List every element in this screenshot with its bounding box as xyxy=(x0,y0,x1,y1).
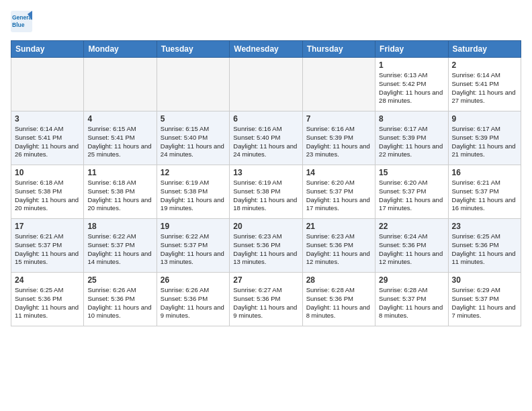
weekday-header: Tuesday xyxy=(157,41,229,58)
day-number: 22 xyxy=(379,222,444,231)
calendar-day-cell: 26Sunrise: 6:26 AM Sunset: 5:36 PM Dayli… xyxy=(157,273,229,326)
calendar-day-cell: 25Sunrise: 6:26 AM Sunset: 5:36 PM Dayli… xyxy=(84,273,157,326)
day-number: 17 xyxy=(15,222,80,231)
day-info: Sunrise: 6:20 AM Sunset: 5:37 PM Dayligh… xyxy=(306,179,371,213)
calendar-day-cell xyxy=(302,58,375,111)
calendar-day-cell: 14Sunrise: 6:20 AM Sunset: 5:37 PM Dayli… xyxy=(302,165,375,219)
day-info: Sunrise: 6:14 AM Sunset: 5:41 PM Dayligh… xyxy=(15,125,80,159)
day-info: Sunrise: 6:27 AM Sunset: 5:36 PM Dayligh… xyxy=(233,286,298,320)
day-info: Sunrise: 6:28 AM Sunset: 5:36 PM Dayligh… xyxy=(306,286,371,320)
logo-svg: General Blue xyxy=(11,11,32,32)
calendar-day-cell: 17Sunrise: 6:21 AM Sunset: 5:37 PM Dayli… xyxy=(11,219,84,273)
calendar-table: SundayMondayTuesdayWednesdayThursdayFrid… xyxy=(11,40,521,326)
calendar-day-cell: 29Sunrise: 6:28 AM Sunset: 5:37 PM Dayli… xyxy=(375,273,448,326)
day-number: 30 xyxy=(452,275,517,285)
logo: General Blue xyxy=(11,11,32,32)
day-number: 23 xyxy=(452,222,517,231)
day-info: Sunrise: 6:21 AM Sunset: 5:37 PM Dayligh… xyxy=(452,179,517,213)
weekday-header: Monday xyxy=(84,41,157,58)
day-number: 12 xyxy=(161,168,226,177)
calendar-day-cell: 13Sunrise: 6:19 AM Sunset: 5:38 PM Dayli… xyxy=(230,165,302,219)
day-number: 2 xyxy=(452,60,517,70)
day-info: Sunrise: 6:16 AM Sunset: 5:39 PM Dayligh… xyxy=(306,125,371,159)
calendar-day-cell: 30Sunrise: 6:29 AM Sunset: 5:37 PM Dayli… xyxy=(448,273,521,326)
day-number: 13 xyxy=(233,168,298,177)
day-info: Sunrise: 6:22 AM Sunset: 5:37 PM Dayligh… xyxy=(87,232,152,267)
day-number: 26 xyxy=(161,275,226,285)
calendar-day-cell xyxy=(84,58,157,111)
weekday-header: Sunday xyxy=(11,41,84,58)
day-number: 15 xyxy=(379,168,444,177)
calendar-week-row: 24Sunrise: 6:25 AM Sunset: 5:36 PM Dayli… xyxy=(11,273,521,326)
calendar-week-row: 10Sunrise: 6:18 AM Sunset: 5:38 PM Dayli… xyxy=(11,165,521,219)
calendar-day-cell: 4Sunrise: 6:15 AM Sunset: 5:41 PM Daylig… xyxy=(84,111,157,165)
day-info: Sunrise: 6:25 AM Sunset: 5:36 PM Dayligh… xyxy=(452,232,517,267)
day-number: 25 xyxy=(87,275,152,285)
day-number: 14 xyxy=(306,168,371,177)
calendar-day-cell: 15Sunrise: 6:20 AM Sunset: 5:37 PM Dayli… xyxy=(375,165,448,219)
day-info: Sunrise: 6:16 AM Sunset: 5:40 PM Dayligh… xyxy=(233,125,298,159)
calendar-day-cell xyxy=(11,58,84,111)
day-number: 9 xyxy=(452,114,517,124)
calendar-day-cell: 24Sunrise: 6:25 AM Sunset: 5:36 PM Dayli… xyxy=(11,273,84,326)
day-info: Sunrise: 6:18 AM Sunset: 5:38 PM Dayligh… xyxy=(15,179,80,213)
day-info: Sunrise: 6:28 AM Sunset: 5:37 PM Dayligh… xyxy=(379,286,444,320)
calendar-day-cell: 20Sunrise: 6:23 AM Sunset: 5:36 PM Dayli… xyxy=(230,219,302,273)
day-number: 6 xyxy=(233,114,298,124)
day-number: 21 xyxy=(306,222,371,231)
day-info: Sunrise: 6:29 AM Sunset: 5:37 PM Dayligh… xyxy=(452,286,517,320)
page-header: General Blue xyxy=(11,11,521,32)
day-info: Sunrise: 6:23 AM Sunset: 5:36 PM Dayligh… xyxy=(233,232,298,267)
calendar-day-cell: 28Sunrise: 6:28 AM Sunset: 5:36 PM Dayli… xyxy=(302,273,375,326)
day-info: Sunrise: 6:23 AM Sunset: 5:36 PM Dayligh… xyxy=(306,232,371,267)
calendar-day-cell: 23Sunrise: 6:25 AM Sunset: 5:36 PM Dayli… xyxy=(448,219,521,273)
calendar-day-cell: 9Sunrise: 6:17 AM Sunset: 5:39 PM Daylig… xyxy=(448,111,521,165)
day-info: Sunrise: 6:13 AM Sunset: 5:42 PM Dayligh… xyxy=(379,71,444,105)
calendar-day-cell: 16Sunrise: 6:21 AM Sunset: 5:37 PM Dayli… xyxy=(448,165,521,219)
calendar-week-row: 17Sunrise: 6:21 AM Sunset: 5:37 PM Dayli… xyxy=(11,219,521,273)
day-number: 16 xyxy=(452,168,517,177)
day-number: 28 xyxy=(306,275,371,285)
calendar-day-cell: 21Sunrise: 6:23 AM Sunset: 5:36 PM Dayli… xyxy=(302,219,375,273)
day-number: 1 xyxy=(379,60,444,70)
day-info: Sunrise: 6:21 AM Sunset: 5:37 PM Dayligh… xyxy=(15,232,80,267)
calendar-day-cell: 3Sunrise: 6:14 AM Sunset: 5:41 PM Daylig… xyxy=(11,111,84,165)
day-info: Sunrise: 6:25 AM Sunset: 5:36 PM Dayligh… xyxy=(15,286,80,320)
day-number: 18 xyxy=(87,222,152,231)
day-number: 4 xyxy=(87,114,152,124)
day-info: Sunrise: 6:20 AM Sunset: 5:37 PM Dayligh… xyxy=(379,179,444,213)
day-number: 11 xyxy=(87,168,152,177)
weekday-header: Thursday xyxy=(302,41,375,58)
day-info: Sunrise: 6:19 AM Sunset: 5:38 PM Dayligh… xyxy=(233,179,298,213)
day-number: 7 xyxy=(306,114,371,124)
day-info: Sunrise: 6:14 AM Sunset: 5:41 PM Dayligh… xyxy=(452,71,517,105)
calendar-day-cell: 8Sunrise: 6:17 AM Sunset: 5:39 PM Daylig… xyxy=(375,111,448,165)
weekday-header: Wednesday xyxy=(230,41,302,58)
day-info: Sunrise: 6:15 AM Sunset: 5:40 PM Dayligh… xyxy=(161,125,226,159)
weekday-header: Saturday xyxy=(448,41,521,58)
calendar-week-row: 3Sunrise: 6:14 AM Sunset: 5:41 PM Daylig… xyxy=(11,111,521,165)
day-info: Sunrise: 6:17 AM Sunset: 5:39 PM Dayligh… xyxy=(379,125,444,159)
day-info: Sunrise: 6:26 AM Sunset: 5:36 PM Dayligh… xyxy=(87,286,152,320)
calendar-day-cell: 18Sunrise: 6:22 AM Sunset: 5:37 PM Dayli… xyxy=(84,219,157,273)
calendar-day-cell: 2Sunrise: 6:14 AM Sunset: 5:41 PM Daylig… xyxy=(448,58,521,111)
day-info: Sunrise: 6:24 AM Sunset: 5:36 PM Dayligh… xyxy=(379,232,444,267)
calendar-day-cell: 6Sunrise: 6:16 AM Sunset: 5:40 PM Daylig… xyxy=(230,111,302,165)
calendar-day-cell: 5Sunrise: 6:15 AM Sunset: 5:40 PM Daylig… xyxy=(157,111,229,165)
calendar-day-cell: 11Sunrise: 6:18 AM Sunset: 5:38 PM Dayli… xyxy=(84,165,157,219)
calendar-header-row: SundayMondayTuesdayWednesdayThursdayFrid… xyxy=(11,41,521,58)
calendar-day-cell: 27Sunrise: 6:27 AM Sunset: 5:36 PM Dayli… xyxy=(230,273,302,326)
day-number: 10 xyxy=(15,168,80,177)
svg-text:Blue: Blue xyxy=(12,21,25,28)
day-info: Sunrise: 6:26 AM Sunset: 5:36 PM Dayligh… xyxy=(161,286,226,320)
calendar-day-cell: 19Sunrise: 6:22 AM Sunset: 5:37 PM Dayli… xyxy=(157,219,229,273)
calendar-day-cell: 1Sunrise: 6:13 AM Sunset: 5:42 PM Daylig… xyxy=(375,58,448,111)
day-info: Sunrise: 6:22 AM Sunset: 5:37 PM Dayligh… xyxy=(161,232,226,267)
day-number: 27 xyxy=(233,275,298,285)
day-number: 24 xyxy=(15,275,80,285)
day-number: 29 xyxy=(379,275,444,285)
calendar-day-cell: 7Sunrise: 6:16 AM Sunset: 5:39 PM Daylig… xyxy=(302,111,375,165)
day-number: 19 xyxy=(161,222,226,231)
calendar-week-row: 1Sunrise: 6:13 AM Sunset: 5:42 PM Daylig… xyxy=(11,58,521,111)
weekday-header: Friday xyxy=(375,41,448,58)
